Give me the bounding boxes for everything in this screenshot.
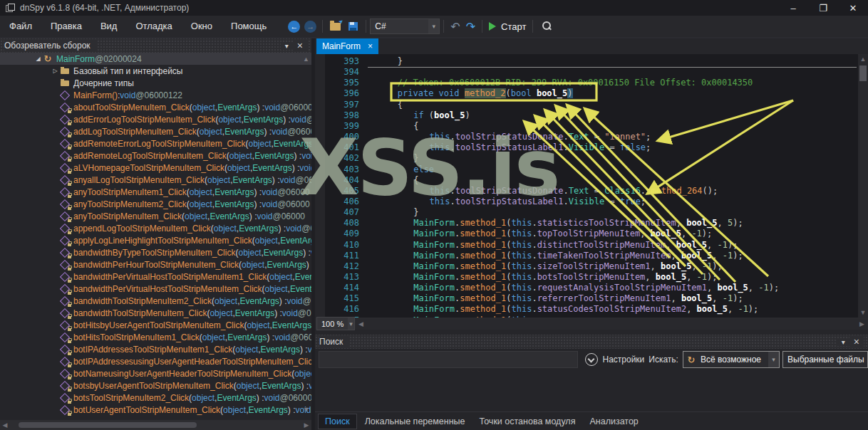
tree-item[interactable]: botIPAddressesusingUserAgentHeaderToolSt… bbox=[0, 355, 311, 367]
code-editor[interactable]: 393}394395// Token: 0x0600012B RID: 299 … bbox=[315, 54, 868, 318]
scroll-down-icon[interactable]: ▼ bbox=[303, 406, 309, 413]
tree-item[interactable]: anyToolStripMenuItem1_Click(object, Even… bbox=[0, 186, 311, 198]
undo-icon[interactable]: ↶ bbox=[450, 20, 460, 33]
tree-item[interactable]: botNameusingUserAgentHeaderToolStripMenu… bbox=[0, 367, 311, 379]
code-line-394[interactable]: 394 bbox=[315, 67, 366, 78]
tree-folder-derived-types[interactable]: Дочерние типы bbox=[0, 77, 311, 89]
tree-item[interactable]: appendLogToolStripMenuItem_Click(object,… bbox=[0, 222, 311, 234]
code-line-395[interactable]: 395// Token: 0x0600012B RID: 299 RVA: 0x… bbox=[315, 78, 753, 88]
menu-help[interactable]: Помощь bbox=[222, 16, 276, 37]
menu-edit[interactable]: Правка bbox=[41, 16, 91, 37]
tree-item[interactable]: aLVHomepageToolStripMenuItem_Click(objec… bbox=[0, 162, 311, 174]
panel-menu-icon[interactable]: ▾ bbox=[281, 42, 293, 50]
code-line-398[interactable]: 398if (bool_5) bbox=[315, 110, 470, 121]
close-button[interactable]: ✕ bbox=[838, 0, 868, 16]
tree-item[interactable]: bandwidthToolStripMenuItem2_Click(object… bbox=[0, 295, 311, 307]
tab-close-icon[interactable]: × bbox=[368, 41, 373, 51]
code-line-393[interactable]: 393} bbox=[315, 56, 403, 67]
code-line-404[interactable]: 404{ bbox=[315, 175, 418, 186]
tree-item[interactable]: addRemoteLogToolStripMenuItem_Click(obje… bbox=[0, 150, 311, 162]
start-debug-button[interactable]: Старт bbox=[489, 21, 526, 32]
code-line-406[interactable]: 406this.toolStripStatusLabel1.Visible = … bbox=[315, 196, 646, 207]
code-line-410[interactable]: 410MainForm.smethod_1(this.distinctToolS… bbox=[315, 240, 738, 251]
code-line-409[interactable]: 409MainForm.smethod_1(this.topToolStripM… bbox=[315, 229, 712, 239]
tree-item[interactable]: addErrorLogToolStripMenuItem_Click(objec… bbox=[0, 113, 311, 125]
tree-item[interactable]: botHitsToolStripMenuItem1_Click(object, … bbox=[0, 331, 311, 343]
search-scope-select[interactable]: ↻ Всё возможное ▾ bbox=[683, 351, 780, 368]
chevron-down-icon[interactable]: ▾ bbox=[428, 19, 439, 33]
code-line-416[interactable]: 416MainForm.smethod_1(this.statusCodesTo… bbox=[315, 304, 758, 315]
editor-hscrollbar[interactable]: ◀▶ bbox=[356, 319, 867, 329]
menu-view[interactable]: Вид bbox=[91, 16, 127, 37]
code-line-414[interactable]: 414MainForm.smethod_1(this.requestAnalys… bbox=[315, 283, 779, 293]
code-line-401[interactable]: 401this.toolStripStatusLabel1.Visible = … bbox=[315, 142, 651, 153]
scrollbar-thumb[interactable] bbox=[859, 65, 867, 81]
tree-item[interactable]: bandwidthByTypeToolStripMenuItem_Click(o… bbox=[0, 246, 311, 258]
menu-file[interactable]: Файл bbox=[0, 16, 41, 37]
language-select[interactable]: C# ▾ bbox=[370, 19, 440, 34]
tab-module-breakpoints[interactable]: Точки останова модуля bbox=[473, 414, 582, 429]
zoom-select[interactable]: 100 % ▾ bbox=[316, 317, 355, 330]
panel-close-icon[interactable]: × bbox=[849, 336, 864, 347]
code-line-399[interactable]: 399{ bbox=[315, 121, 418, 132]
redo-icon[interactable]: ↷ bbox=[466, 20, 475, 33]
code-line-405[interactable]: 405this.toolStripStatusDonate.Text = Cla… bbox=[315, 186, 718, 196]
tree-folder-base-types[interactable]: ▷Базовый тип и интерфейсы bbox=[0, 65, 311, 77]
tree-item[interactable]: bandwidthToolStripMenuItem_Click(object,… bbox=[0, 307, 311, 319]
scroll-right-icon[interactable]: ▶ bbox=[859, 320, 864, 327]
code-line-403[interactable]: 403else bbox=[315, 164, 434, 175]
tree-item[interactable]: botsbyUserAgentToolStripMenuItem_Click(o… bbox=[0, 379, 311, 392]
navigate-back-icon[interactable]: ← bbox=[288, 21, 300, 33]
search-input[interactable] bbox=[319, 351, 578, 368]
expander-icon[interactable]: ▷ bbox=[51, 68, 59, 74]
tree-item[interactable]: botsToolStripMenuItem2_Click(object, Eve… bbox=[0, 392, 311, 404]
code-line-412[interactable]: 412MainForm.smethod_1(this.sizeToolStrip… bbox=[315, 261, 723, 272]
chevron-down-icon[interactable]: ▾ bbox=[768, 352, 779, 367]
panel-menu-icon[interactable]: ▾ bbox=[837, 338, 849, 346]
scrollbar-thumb[interactable] bbox=[19, 422, 197, 428]
tab-mainform[interactable]: MainForm × bbox=[316, 38, 378, 54]
panel-close-icon[interactable]: × bbox=[293, 40, 307, 51]
minimize-button[interactable]: – bbox=[778, 0, 808, 16]
search-files-select[interactable]: Выбранные файлы ▾ bbox=[782, 351, 868, 368]
tree-item[interactable]: addRemoteErrorLogToolStripMenuItem_Click… bbox=[0, 137, 311, 150]
tree-item[interactable]: aboutToolStripMenuItem_Click(object, Eve… bbox=[0, 101, 311, 113]
tree-item[interactable]: bandwidthPerHourToolStripMenuItem_Click(… bbox=[0, 258, 311, 271]
code-line-407[interactable]: 407} bbox=[315, 207, 418, 218]
code-line-397[interactable]: 397{ bbox=[315, 100, 403, 110]
save-all-icon[interactable] bbox=[348, 22, 358, 31]
tree-item[interactable]: botIPAddressesToolStripMenuItem1_Click(o… bbox=[0, 343, 311, 355]
maximize-button[interactable]: ❐ bbox=[808, 0, 838, 16]
code-line-402[interactable]: 402} bbox=[315, 153, 418, 164]
chevron-down-icon[interactable]: ▾ bbox=[348, 318, 354, 330]
tree-item[interactable]: addLogToolStripMenuItem_Click(object, Ev… bbox=[0, 125, 311, 137]
scroll-right-icon[interactable]: ▶ bbox=[301, 421, 311, 429]
tree-item[interactable]: anyallLogToolStripMenuItem_Click(object,… bbox=[0, 174, 311, 186]
search-icon[interactable] bbox=[541, 21, 552, 32]
scroll-up-icon[interactable]: ▲ bbox=[858, 56, 868, 63]
navigate-forward-icon[interactable]: → bbox=[304, 21, 316, 33]
tree-item[interactable]: botUserAgentToolStripMenuItem_Click(obje… bbox=[0, 404, 311, 416]
scroll-up-icon[interactable]: ▲ bbox=[303, 56, 309, 63]
code-line-408[interactable]: 408MainForm.smethod_1(this.statisticsToo… bbox=[315, 218, 743, 229]
code-line-396[interactable]: 396private void method_2(bool bool_5) bbox=[315, 88, 573, 99]
code-line-400[interactable]: 400this.toolStripStatusDonate.Text = "ia… bbox=[315, 132, 651, 142]
tree-item[interactable]: applyLogLineHighlightToolStripMenuItem_C… bbox=[0, 234, 311, 246]
editor-vscrollbar[interactable]: ▲ ▼ bbox=[858, 54, 868, 318]
tree-item[interactable]: botHitsbyUserAgentToolStripMenuItem_Clic… bbox=[0, 319, 311, 331]
tree-item[interactable]: bandwidthPerVirtualHostToolStripMenuItem… bbox=[0, 271, 311, 283]
tab-locals[interactable]: Локальные переменные bbox=[358, 414, 472, 429]
tree-item[interactable]: anyToolStripMenuItem2_Click(object, Even… bbox=[0, 198, 311, 210]
tree-item-ctor[interactable]: MainForm() : void @06000122 bbox=[0, 89, 311, 101]
expander-icon[interactable]: ◢ bbox=[34, 56, 42, 62]
open-file-icon[interactable] bbox=[330, 23, 341, 31]
menu-debug[interactable]: Отладка bbox=[126, 16, 181, 37]
code-line-413[interactable]: 413MainForm.smethod_1(this.botsToolStrip… bbox=[315, 272, 718, 283]
scroll-left-icon[interactable]: ◀ bbox=[358, 320, 363, 327]
tree-root-mainform[interactable]: ◢↻MainForm @02000024 bbox=[0, 53, 311, 65]
scroll-down-icon[interactable]: ▼ bbox=[858, 309, 868, 316]
code-line-411[interactable]: 411MainForm.smethod_1(this.timeTakenTool… bbox=[315, 251, 743, 261]
tab-search[interactable]: Поиск bbox=[318, 414, 357, 429]
tree-item[interactable]: bandwidthPerVirtualHostToolStripMenuItem… bbox=[0, 283, 311, 295]
settings-chevron-icon[interactable] bbox=[585, 353, 598, 366]
